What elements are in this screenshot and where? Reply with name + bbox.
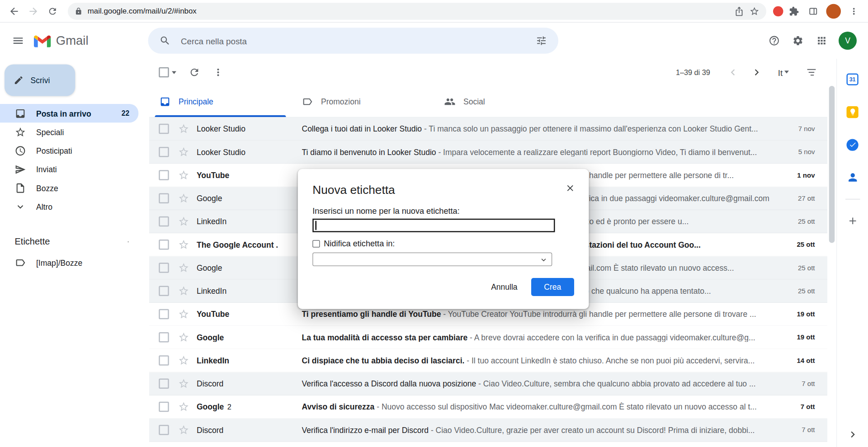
star-icon[interactable] — [178, 193, 189, 204]
browser-menu-button[interactable] — [845, 3, 863, 20]
star-icon[interactable] — [178, 146, 189, 158]
search-button[interactable] — [154, 29, 176, 52]
email-checkbox[interactable] — [159, 286, 169, 296]
email-checkbox[interactable] — [159, 193, 169, 204]
sidebar-item-snoozed[interactable]: Posticipati — [0, 141, 138, 160]
tab-social[interactable]: Social — [434, 86, 576, 117]
star-icon[interactable] — [178, 424, 189, 436]
nest-parent-select[interactable] — [312, 253, 552, 266]
subject-snippet-separator: - — [441, 310, 448, 319]
browser-profile-avatar[interactable] — [826, 4, 841, 19]
sidebar-label-imap-bozze[interactable]: [Imap]/Bozze — [0, 253, 138, 272]
person-icon — [846, 171, 859, 184]
scrollbar-track[interactable] — [827, 59, 836, 447]
star-icon[interactable] — [178, 378, 189, 389]
select-dropdown-icon[interactable] — [172, 71, 176, 76]
email-row[interactable]: GoogleLa tua modalità di accesso sta per… — [149, 326, 827, 349]
help-button[interactable] — [763, 29, 786, 52]
email-row[interactable]: LinkedInCi dispiace che tu abbia deciso … — [149, 349, 827, 372]
star-icon[interactable] — [178, 169, 189, 181]
calendar-icon[interactable]: 31 — [844, 70, 862, 88]
sidebar-item-icon — [15, 201, 26, 212]
star-icon[interactable] — [178, 401, 189, 413]
tasks-icon[interactable] — [844, 136, 862, 154]
address-bar[interactable]: mail.google.com/mail/u/2/#inbox — [68, 3, 766, 20]
email-checkbox[interactable] — [159, 147, 169, 157]
scrollbar-thumb[interactable] — [829, 86, 835, 243]
nest-label-text: Nidifica etichetta in: — [324, 239, 395, 248]
email-checkbox[interactable] — [159, 216, 169, 227]
more-options-icon[interactable] — [212, 67, 224, 78]
star-icon[interactable] — [178, 239, 189, 250]
search-options-button[interactable] — [530, 29, 553, 52]
sidebar-item-starred[interactable]: Speciali — [0, 122, 138, 141]
star-icon[interactable] — [178, 332, 189, 343]
close-icon[interactable] — [565, 183, 576, 193]
tab-primary[interactable]: Principale — [149, 86, 292, 117]
keep-icon[interactable] — [844, 103, 862, 121]
collapse-panel-button[interactable] — [846, 428, 859, 443]
email-checkbox[interactable] — [159, 402, 169, 412]
email-checkbox[interactable] — [159, 263, 169, 273]
refresh-list-icon[interactable] — [189, 67, 200, 78]
compose-button[interactable]: Scrivi — [5, 65, 75, 96]
email-checkbox[interactable] — [159, 124, 169, 134]
adblock-extension-icon[interactable] — [773, 6, 783, 16]
account-avatar[interactable]: V — [839, 32, 857, 50]
star-icon[interactable] — [178, 216, 189, 227]
input-tools-button[interactable]: It — [778, 67, 789, 77]
get-addons-button[interactable] — [844, 212, 862, 230]
share-icon[interactable] — [734, 6, 745, 16]
email-checkbox[interactable] — [159, 170, 169, 180]
browser-refresh-button[interactable] — [44, 3, 61, 20]
search-bar[interactable]: Cerca nella posta — [148, 28, 559, 54]
main-menu-button[interactable] — [5, 27, 32, 54]
email-snippet: Ciao Video.Culture, sembra che qualcuno … — [483, 379, 756, 388]
nest-label-checkbox[interactable] — [312, 240, 320, 247]
contacts-icon[interactable] — [844, 169, 862, 187]
email-row[interactable]: Looker StudioCollega i tuoi dati in Look… — [149, 118, 827, 141]
create-label-button[interactable] — [127, 236, 138, 248]
email-checkbox[interactable] — [159, 425, 169, 435]
email-row[interactable]: DiscordVerifica l'indirizzo e-mail per D… — [149, 419, 827, 442]
search-input[interactable]: Cerca nella posta — [176, 36, 530, 45]
email-date: 1 nov — [770, 171, 815, 179]
star-icon[interactable] — [178, 262, 189, 273]
sidebar-item-inbox[interactable]: Posta in arrivo22 — [0, 104, 138, 122]
email-row[interactable]: Looker StudioTi diamo il benvenuto in Lo… — [149, 141, 827, 164]
refresh-icon — [47, 6, 58, 16]
newer-page-button[interactable] — [726, 66, 740, 79]
email-subject: La tua modalità di accesso sta per cambi… — [302, 333, 468, 342]
settings-button[interactable] — [787, 29, 809, 52]
side-panel-button[interactable] — [805, 3, 822, 20]
sidebar-item-sent[interactable]: Inviati — [0, 160, 138, 179]
bookmark-star-icon[interactable] — [750, 6, 760, 16]
email-checkbox[interactable] — [159, 309, 169, 320]
sidebar-item-more[interactable]: Altro — [0, 197, 138, 216]
email-checkbox[interactable] — [159, 355, 169, 366]
view-toggle-icon[interactable] — [806, 67, 817, 78]
browser-forward-button[interactable] — [25, 3, 42, 20]
star-icon[interactable] — [178, 355, 189, 366]
label-name-input[interactable] — [312, 219, 555, 232]
gmail-window: mail.google.com/mail/u/2/#inbox Gmail Ce… — [0, 0, 868, 447]
create-button[interactable]: Crea — [531, 278, 574, 296]
tab-promotions[interactable]: Promozioni — [292, 86, 434, 117]
cancel-button[interactable]: Annulla — [483, 278, 525, 296]
star-icon[interactable] — [178, 123, 189, 135]
extensions-button[interactable] — [786, 3, 803, 20]
select-all-checkbox[interactable] — [159, 67, 169, 78]
email-checkbox[interactable] — [159, 240, 169, 250]
email-checkbox[interactable] — [159, 379, 169, 389]
apps-button[interactable] — [811, 29, 833, 52]
email-row[interactable]: DiscordVerifica l'accesso a Discord dall… — [149, 372, 827, 395]
gmail-logo[interactable]: Gmail — [32, 33, 117, 48]
sidebar-item-icon — [15, 108, 26, 119]
email-checkbox[interactable] — [159, 332, 169, 343]
star-icon[interactable] — [178, 285, 189, 296]
sidebar-item-drafts[interactable]: Bozze — [0, 179, 138, 197]
browser-back-button[interactable] — [6, 3, 23, 20]
email-row[interactable]: Google2Avviso di sicurezza - Nuovo acces… — [149, 395, 827, 419]
star-icon[interactable] — [178, 309, 189, 320]
older-page-button[interactable] — [750, 66, 763, 79]
